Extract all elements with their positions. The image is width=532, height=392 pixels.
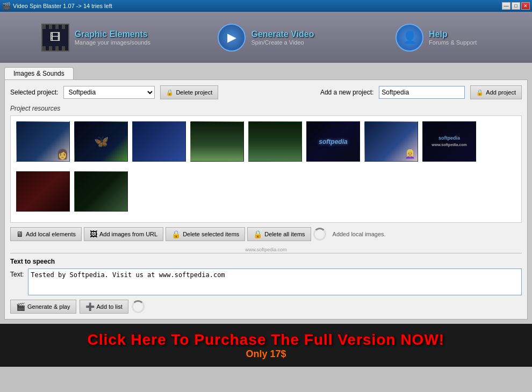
generate-play-button[interactable]: 🎬 Generate & play — [10, 300, 76, 314]
titlebar-controls: — □ ✕ — [502, 2, 530, 10]
thumbnail-6[interactable]: softpedia — [306, 121, 360, 162]
generate-video-subtitle: Spin/Create a Video — [251, 39, 314, 46]
project-select[interactable]: Softpedia — [63, 86, 155, 99]
person-icon: 👤 — [396, 24, 423, 52]
header: 🎞 Graphic Elements Manage your images/so… — [0, 12, 532, 63]
delete-all-label: Delete all items — [264, 231, 305, 237]
content-panel: Selected project: Softpedia 🔒 Delete pro… — [4, 79, 528, 320]
add-project-btn-label: Add project — [486, 89, 516, 96]
purchase-banner[interactable]: Click Here To Purchase The Full Version … — [0, 324, 532, 367]
selected-project-label: Selected project: — [10, 89, 58, 96]
add-list-icon: ➕ — [85, 302, 95, 311]
tab-bar: Images & Sounds — [4, 67, 528, 79]
add-list-label: Add to list — [97, 303, 123, 310]
lock3-icon: 🔒 — [253, 230, 262, 238]
delete-all-button[interactable]: 🔒 Delete all items — [247, 227, 311, 241]
nav-help[interactable]: 👤 Help Forums & Support — [351, 19, 521, 56]
thumbnail-8[interactable]: softpediawww.softpedia.com — [422, 121, 476, 162]
thumbnail-9[interactable] — [16, 171, 70, 212]
project-row: Selected project: Softpedia 🔒 Delete pro… — [10, 85, 522, 99]
image-icon: 🖼 — [90, 230, 97, 238]
add-url-label: Add images from URL — [99, 231, 157, 237]
new-project-input[interactable] — [379, 86, 465, 99]
generate-video-text: Generate Video Spin/Create a Video — [251, 30, 314, 46]
add-local-elements-button[interactable]: 🖥 Add local elements — [10, 227, 82, 241]
spinner-icon — [313, 228, 326, 241]
app-title: Video Spin Blaster 1.07 -> 14 tries left — [13, 3, 112, 9]
generate-label: Generate & play — [27, 303, 70, 310]
minimize-button[interactable]: — — [502, 2, 511, 10]
tts-spinner-icon — [132, 300, 145, 313]
generate-icon: 🎬 — [16, 302, 25, 311]
tts-row: Text: Tested by Softpedia. Visit us at w… — [10, 268, 522, 295]
text-label: Text: — [10, 268, 24, 278]
status-text: Added local images. — [333, 231, 386, 237]
lock-icon: 🔒 — [166, 89, 174, 96]
resources-label: Project resources — [10, 105, 522, 112]
add-icon: 🔒 — [476, 89, 484, 96]
tts-section: Text to speech Text: Tested by Softpedia… — [10, 253, 522, 314]
tts-section-label: Text to speech — [10, 258, 522, 265]
help-subtitle: Forums & Support — [429, 39, 477, 46]
thumbnail-5[interactable] — [248, 121, 302, 162]
titlebar: 🎬 Video Spin Blaster 1.07 -> 14 tries le… — [0, 0, 532, 12]
titlebar-title: 🎬 Video Spin Blaster 1.07 -> 14 tries le… — [2, 2, 112, 10]
help-title: Help — [429, 30, 477, 39]
generate-video-title: Generate Video — [251, 30, 314, 39]
banner-sub-text: Only 17$ — [246, 349, 286, 360]
graphic-elements-title: Graphic Elements — [75, 30, 150, 39]
delete-selected-button[interactable]: 🔒 Delete selected items — [166, 227, 245, 241]
main-area: Images & Sounds Selected project: Softpe… — [0, 63, 532, 324]
tts-buttons: 🎬 Generate & play ➕ Add to list — [10, 300, 522, 314]
film-icon: 🎞 — [41, 24, 69, 52]
graphic-elements-text: Graphic Elements Manage your images/soun… — [75, 30, 150, 46]
lock2-icon: 🔒 — [171, 230, 181, 238]
thumbnail-10[interactable] — [74, 171, 128, 212]
add-images-url-button[interactable]: 🖼 Add images from URL — [84, 227, 163, 241]
watermark: www.softpedia.com — [10, 246, 522, 253]
nav-graphic-elements[interactable]: 🎞 Graphic Elements Manage your images/so… — [11, 19, 181, 56]
tab-images-sounds[interactable]: Images & Sounds — [4, 67, 74, 79]
add-to-list-button[interactable]: ➕ Add to list — [80, 300, 128, 314]
thumbnail-7[interactable]: 👱‍♀️ — [364, 121, 418, 162]
maximize-button[interactable]: □ — [512, 2, 520, 10]
graphic-elements-subtitle: Manage your images/sounds — [75, 39, 150, 46]
banner-main-text: Click Here To Purchase The Full Version … — [88, 331, 444, 349]
thumbnail-4[interactable] — [190, 121, 244, 162]
thumbnail-1[interactable]: 👩 — [16, 121, 70, 162]
resources-grid: 👩 🦋 softpedia — [10, 115, 522, 223]
delete-project-label: Delete project — [176, 89, 212, 96]
thumbnail-2[interactable]: 🦋 — [74, 121, 128, 162]
tts-textarea[interactable]: Tested by Softpedia. Visit us at www.sof… — [28, 268, 522, 295]
delete-selected-label: Delete selected items — [183, 231, 239, 237]
delete-project-button[interactable]: 🔒 Delete project — [160, 85, 218, 99]
action-row: 🖥 Add local elements 🖼 Add images from U… — [10, 227, 522, 241]
help-text: Help Forums & Support — [429, 30, 477, 46]
thumbnail-3[interactable] — [132, 121, 186, 162]
computer-icon: 🖥 — [16, 230, 24, 238]
add-project-label: Add a new project: — [320, 89, 373, 96]
play-icon: ▶ — [218, 24, 246, 52]
add-project-button[interactable]: 🔒 Add project — [470, 85, 522, 99]
close-button[interactable]: ✕ — [521, 2, 530, 10]
add-local-label: Add local elements — [26, 231, 76, 237]
nav-generate-video[interactable]: ▶ Generate Video Spin/Create a Video — [181, 19, 351, 56]
